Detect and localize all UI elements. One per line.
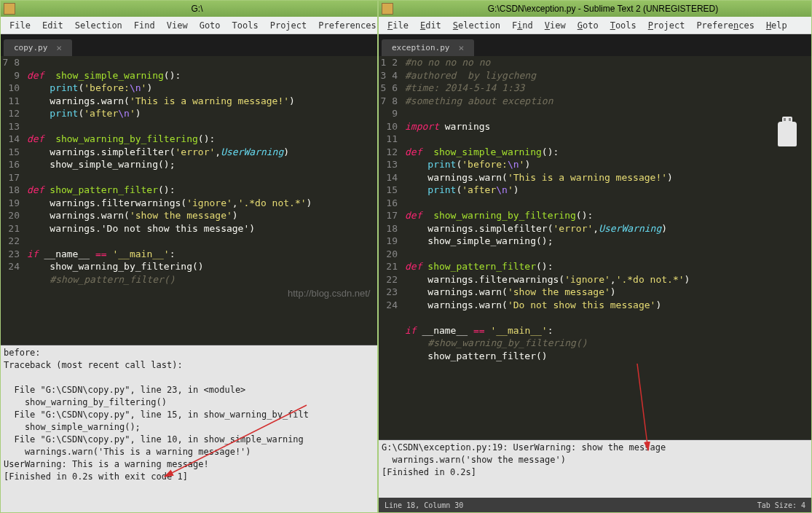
statusbar: Line 18, Column 30 Tab Size: 4 (379, 498, 811, 512)
menu-file[interactable]: File (4, 19, 36, 32)
title-text-left: G:\ (20, 4, 374, 14)
menu-help[interactable]: Help (760, 19, 793, 32)
menu-project[interactable]: Project (642, 19, 691, 32)
menubar-left: File Edit Selection Find View Goto Tools… (1, 17, 377, 34)
tabbar-right: exception.py × (379, 34, 811, 56)
menu-edit[interactable]: Edit (414, 19, 447, 32)
menu-selection[interactable]: Selection (447, 19, 506, 32)
tab-copy[interactable]: copy.py × (4, 39, 72, 56)
watermark: http://blog.csdn.net/ (288, 288, 370, 299)
menu-edit[interactable]: Edit (36, 19, 69, 32)
menu-goto[interactable]: Goto (572, 19, 604, 32)
menu-preferences[interactable]: Preferences (312, 19, 382, 32)
editor-left[interactable]: 7 8 9 10 11 12 13 14 15 16 17 18 19 20 2… (1, 56, 377, 345)
menu-project[interactable]: Project (264, 19, 313, 32)
window-left: G:\ File Edit Selection Find View Goto T… (0, 0, 378, 513)
close-icon[interactable]: × (458, 42, 464, 53)
menu-tools[interactable]: Tools (226, 19, 264, 32)
titlebar-right: G:\CSDN\exception.py - Sublime Text 2 (U… (379, 1, 811, 17)
menu-selection[interactable]: Selection (69, 19, 128, 32)
editor-right[interactable]: 1 2 3 4 5 6 7 8 9 10 11 12 13 14 15 16 1… (379, 56, 811, 439)
code-right[interactable]: #no no no no no #authored by liygcheng #… (402, 56, 811, 439)
console-right[interactable]: G:\CSDN\exception.py:19: UserWarning: sh… (379, 439, 811, 498)
tabbar-left: copy.py × (1, 34, 377, 56)
status-cursor: Line 18, Column 30 (385, 501, 463, 509)
menu-goto[interactable]: Goto (194, 19, 226, 32)
menu-view[interactable]: View (161, 19, 194, 32)
status-tabsize[interactable]: Tab Size: 4 (757, 501, 805, 509)
code-left[interactable]: def show_simple_warning(): print('before… (24, 56, 377, 345)
menu-find[interactable]: Find (506, 19, 539, 32)
menubar-right: File Edit Selection Find View Goto Tools… (379, 17, 811, 34)
app-icon (4, 3, 15, 15)
titlebar-left: G:\ (1, 1, 377, 17)
menu-file[interactable]: File (382, 19, 414, 32)
tab-exception[interactable]: exception.py × (382, 39, 474, 56)
menu-view[interactable]: View (539, 19, 572, 32)
tab-label: exception.py (392, 43, 449, 52)
title-text-right: G:\CSDN\exception.py - Sublime Text 2 (U… (398, 4, 808, 14)
window-right: G:\CSDN\exception.py - Sublime Text 2 (U… (378, 0, 812, 513)
gutter-left: 7 8 9 10 11 12 13 14 15 16 17 18 19 20 2… (1, 56, 24, 345)
usb-icon (778, 122, 797, 146)
menu-tools[interactable]: Tools (604, 19, 642, 32)
console-left[interactable]: before: Traceback (most recent call last… (1, 345, 377, 512)
app-icon (382, 3, 393, 15)
menu-find[interactable]: Find (128, 19, 161, 32)
close-icon[interactable]: × (56, 42, 62, 53)
tab-label: copy.py (14, 43, 47, 52)
gutter-right: 1 2 3 4 5 6 7 8 9 10 11 12 13 14 15 16 1… (379, 56, 402, 439)
menu-preferences[interactable]: Preferences (690, 19, 760, 32)
